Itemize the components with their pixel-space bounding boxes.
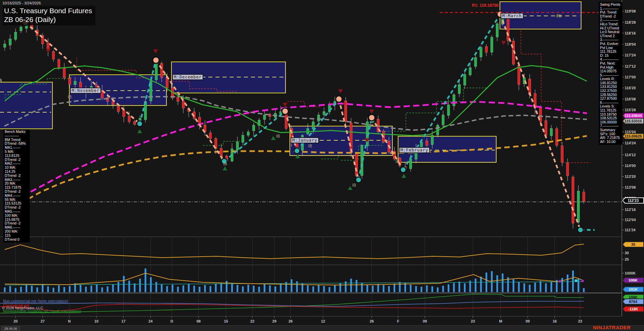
month-box-label[interactable]: M:February bbox=[399, 147, 430, 153]
x-axis-tick-label[interactable]: 20 bbox=[14, 319, 18, 323]
panel-separator[interactable] bbox=[0, 293, 622, 293]
swing-low-marker bbox=[356, 178, 361, 182]
bench-marks-line: 113.8125 bbox=[5, 154, 30, 158]
price-axis-tick-label[interactable]: 119'08 bbox=[625, 9, 636, 13]
x-axis-tick-label[interactable]: 23 bbox=[578, 319, 582, 323]
price-axis-tick-label[interactable]: 115'28 bbox=[625, 108, 636, 112]
bench-marks-line: 200 MA: bbox=[5, 230, 30, 234]
volume-bar bbox=[410, 285, 412, 292]
volume-bar bbox=[578, 279, 579, 292]
swing-pivots-line: 132.37500 bbox=[600, 89, 622, 93]
month-box-label[interactable]: M:March bbox=[501, 13, 524, 19]
r1-level-label: R1: 119.18750 bbox=[472, 3, 499, 8]
x-axis-tick-label[interactable]: 16 bbox=[553, 319, 557, 323]
chart-title: U.S. Treasury Bond Futures ZB 06-26 (Dai… bbox=[3, 6, 95, 25]
panel-separator[interactable] bbox=[0, 265, 622, 265]
x-axis-tick-label[interactable]: 22 bbox=[250, 319, 254, 323]
price-axis-tick-label[interactable]: 111'24 bbox=[625, 228, 636, 232]
candle-body bbox=[447, 105, 450, 115]
price-axis-tick-label[interactable]: 112'04 bbox=[625, 218, 636, 222]
month-box-label[interactable]: M:December bbox=[172, 74, 203, 80]
volume-bar bbox=[31, 286, 33, 292]
volume-dot-purple bbox=[581, 280, 584, 282]
candle-body bbox=[9, 39, 12, 45]
x-axis-tick-label[interactable]: 27 bbox=[41, 319, 45, 323]
x-axis-tick-label[interactable]: 17 bbox=[121, 319, 125, 323]
x-axis-tick-label[interactable]: 26 bbox=[370, 319, 374, 323]
instrument-tab[interactable]: ZB 06-26 bbox=[1, 326, 20, 331]
candle-body bbox=[572, 177, 574, 223]
panel-separator[interactable] bbox=[0, 237, 622, 237]
volume-bar bbox=[231, 283, 233, 292]
price-axis-tick-label[interactable]: 118'28 bbox=[625, 20, 636, 24]
x-axis-tick-label[interactable]: 26 bbox=[289, 319, 293, 323]
volume-bar bbox=[20, 287, 22, 292]
candle-body bbox=[518, 65, 520, 85]
month-box-label[interactable]: M:January bbox=[291, 137, 319, 143]
volume-bar bbox=[129, 281, 130, 292]
volume-bar bbox=[540, 281, 542, 292]
x-axis-tick-label[interactable]: 15 bbox=[224, 319, 228, 323]
x-axis-tick-label[interactable]: 09 bbox=[526, 319, 530, 323]
x-axis-tick-label[interactable]: N bbox=[68, 319, 71, 323]
swing-pivots-line: Pvt. Evolve: bbox=[600, 42, 622, 46]
volume-bar bbox=[367, 285, 368, 292]
chart-canvas[interactable] bbox=[0, 0, 644, 331]
x-axis-tick-label[interactable]: 29 bbox=[272, 319, 276, 323]
x-axis-tick-label[interactable]: D bbox=[170, 319, 173, 323]
price-axis-tick-label[interactable]: 117'00 bbox=[625, 75, 636, 79]
price-axis-tick-label[interactable]: 1000K bbox=[625, 271, 636, 275]
candle-body bbox=[561, 146, 564, 162]
price-axis-tick-label[interactable]: 116'20 bbox=[625, 86, 636, 90]
price-axis-tick-label[interactable]: 116'08 bbox=[625, 97, 636, 101]
price-axis-tick-label[interactable]: 30 bbox=[625, 251, 629, 255]
bench-marks-line: MA5.------ bbox=[5, 210, 30, 214]
price-axis-tick-label[interactable]: 118'04 bbox=[625, 42, 636, 46]
cot-nonreportable-line bbox=[0, 294, 584, 313]
volume-bar bbox=[502, 274, 504, 292]
swing-high-triangle bbox=[283, 103, 288, 107]
price-axis-tick-label[interactable]: 114'24 bbox=[625, 141, 636, 145]
swing-pivots-line: Lo:0 Neutral bbox=[600, 30, 622, 34]
candle-body bbox=[209, 133, 212, 139]
volume-bar bbox=[421, 287, 422, 292]
volume-bar bbox=[323, 286, 325, 292]
volume-bar bbox=[58, 285, 60, 292]
x-axis-tick-label[interactable]: 23 bbox=[471, 319, 475, 323]
price-axis-tick-label[interactable]: 114'12 bbox=[625, 153, 636, 157]
volume-bar bbox=[491, 271, 493, 292]
clipped-label-fragment: B bbox=[0, 78, 2, 83]
price-axis-tick-label[interactable]: 117'24 bbox=[625, 53, 636, 57]
candle-body bbox=[453, 95, 455, 106]
price-axis-tick-label[interactable]: 117'12 bbox=[625, 64, 636, 68]
price-axis-tick-label[interactable]: 112'16 bbox=[625, 208, 636, 212]
candle-body bbox=[577, 191, 580, 222]
price-tag: 8764 bbox=[622, 299, 644, 305]
price-axis-tick-label[interactable]: 25 bbox=[625, 257, 629, 261]
volume-bar bbox=[80, 285, 82, 292]
x-axis-tick-label[interactable]: F bbox=[397, 319, 399, 323]
volume-bar bbox=[394, 284, 395, 292]
bench-marks-line: DTrend -2 bbox=[5, 174, 30, 178]
x-axis-tick-label[interactable]: 12 bbox=[321, 319, 325, 323]
price-axis-tick-label[interactable]: 114'00 bbox=[625, 164, 636, 168]
x-axis-tick-label[interactable]: 08 bbox=[197, 319, 201, 323]
bench-marks-line: ------------ bbox=[5, 134, 30, 138]
x-axis-tick-label[interactable]: M bbox=[499, 319, 502, 323]
price-axis-tick-label[interactable]: 118'16 bbox=[625, 31, 636, 35]
volume-bar bbox=[123, 276, 125, 292]
cot-legend-nonreportable: Nonreportable positions net (small specu… bbox=[3, 309, 81, 313]
price-tag: 35 bbox=[622, 241, 644, 247]
x-axis-tick-label[interactable]: 10 bbox=[94, 319, 98, 323]
x-axis-tick-label[interactable]: 24 bbox=[148, 319, 153, 323]
price-tag-value: 115.69844 bbox=[623, 113, 643, 118]
month-box-label[interactable]: M:November bbox=[70, 88, 101, 94]
price-axis-tick-label[interactable]: 113'08 bbox=[625, 185, 636, 189]
volume-bar bbox=[264, 284, 266, 292]
f0-label: F0 bbox=[556, 14, 561, 19]
price-axis-tick-label[interactable]: 113'20 bbox=[625, 174, 636, 179]
x-axis-tick-label[interactable]: 09 bbox=[423, 319, 427, 323]
month-box bbox=[0, 82, 52, 129]
candle-body bbox=[79, 82, 82, 88]
swing-low-marker bbox=[578, 228, 583, 232]
